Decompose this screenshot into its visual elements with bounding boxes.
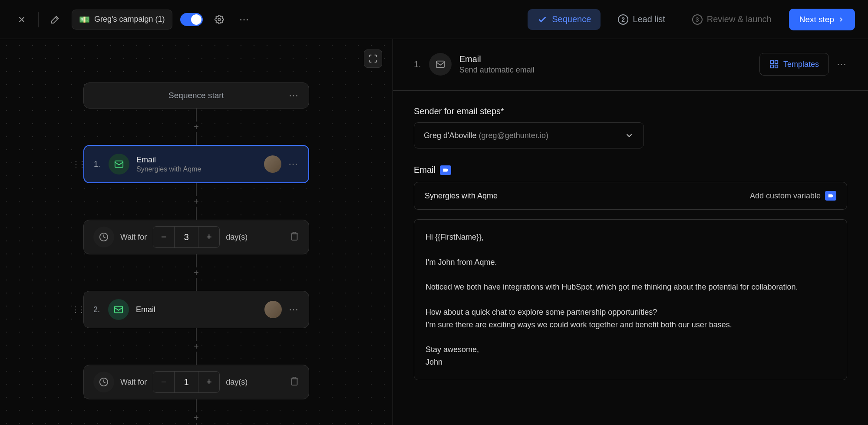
increment-button[interactable]: + [198,227,219,247]
clock-icon [93,227,114,247]
step-sequence[interactable]: Sequence [528,9,601,30]
sender-label: Sender for email steps* [414,106,847,116]
step-number: 1. [94,160,102,169]
video-badge-icon [825,191,836,201]
email-step-node[interactable]: ⋮⋮ 1. Email Synergies with Aqme ⋯ [83,145,309,183]
more-icon: ⋯ [239,14,250,25]
wait-suffix: day(s) [226,378,284,387]
email-section-label: Email [414,165,436,175]
wait-suffix: day(s) [226,233,284,242]
email-step-node[interactable]: ⋮⋮ 2. Email ⋯ [83,291,309,328]
campaign-name-text: Greg's campaign (1) [94,15,165,24]
step-lead-list[interactable]: 2 Lead list [608,9,675,30]
email-icon [108,299,129,320]
add-step-button[interactable]: + [191,196,201,207]
detail-title: Email [459,54,535,64]
clock-icon [93,372,114,392]
settings-button[interactable] [211,11,228,28]
divider [38,12,39,27]
campaign-toggle[interactable] [180,13,203,26]
svg-rect-8 [771,65,773,68]
video-badge-icon[interactable] [440,165,451,175]
node-subtitle: Synergies with Aqme [136,165,257,173]
add-step-button[interactable]: + [191,412,201,423]
detail-subtitle: Send automatic email [459,66,535,75]
wait-value[interactable]: 3 [174,227,198,247]
wait-node: Wait for − 1 + day(s) [83,365,309,399]
detail-more-button[interactable]: ⋯ [837,59,847,70]
node-title: Email [136,155,257,165]
campaign-name-chip[interactable]: 💵 Greg's campaign (1) [72,10,172,30]
subject-text: Synergies with Aqme [425,191,498,201]
step-label: Review & launch [707,14,772,24]
node-title: Email [136,305,257,314]
wait-node: Wait for − 3 + day(s) [83,220,309,254]
avatar [264,155,281,173]
close-icon [17,15,26,24]
chevron-down-icon [624,131,634,140]
svg-rect-7 [775,61,778,63]
email-icon [429,53,452,76]
add-variable-button[interactable]: Add custom variable [750,191,836,201]
wait-stepper: − 1 + [153,371,220,393]
next-step-button[interactable]: Next step [789,9,855,30]
svg-rect-3 [115,306,122,313]
chevron-right-icon [838,16,845,23]
sequence-start-label: Sequence start [168,91,224,100]
svg-rect-5 [436,61,444,68]
step-label: Sequence [552,14,591,24]
add-variable-label: Add custom variable [750,191,821,201]
step-number: 2. [93,305,101,314]
email-body-editor[interactable]: Hi {{FirstName}}, I'm John from Aqme. No… [414,219,847,380]
add-step-button[interactable]: + [191,122,201,132]
magic-wand-button[interactable] [46,11,64,28]
decrement-button[interactable]: − [153,372,174,392]
node-more-button[interactable]: ⋯ [289,304,299,315]
gear-icon [215,15,224,24]
next-step-label: Next step [799,15,834,24]
add-step-button[interactable]: + [191,341,201,352]
templates-label: Templates [783,60,819,69]
avatar [264,301,282,318]
node-more-button[interactable]: ⋯ [288,158,299,170]
wait-prefix: Wait for [120,233,147,242]
drag-handle[interactable]: ⋮⋮ [72,305,84,314]
add-step-button[interactable]: + [191,267,201,278]
decrement-button[interactable]: − [153,227,174,247]
svg-point-0 [218,18,221,21]
sequence-canvas: Sequence start ⋯ + ⋮⋮ 1. Email Synergies… [0,39,393,425]
detail-step-number: 1. [414,59,421,69]
detail-panel: 1. Email Send automatic email Templates … [393,39,868,425]
delete-wait-button[interactable] [290,376,299,388]
sequence-start-node: Sequence start ⋯ [83,82,309,109]
sender-name: Greg d'Aboville [424,131,477,140]
close-button[interactable] [13,11,30,28]
magic-wand-icon [50,15,60,24]
wait-value[interactable]: 1 [174,372,198,392]
node-more-button[interactable]: ⋯ [289,90,299,101]
templates-icon [769,59,779,69]
sender-email: (greg@gethunter.io) [479,131,548,140]
wait-stepper: − 3 + [153,226,220,248]
increment-button[interactable]: + [198,372,219,392]
drag-handle[interactable]: ⋮⋮ [72,159,84,169]
email-subject-input[interactable]: Synergies with Aqme Add custom variable [414,182,847,210]
top-bar: 💵 Greg's campaign (1) ⋯ Sequence 2 Lead … [0,0,868,39]
step-label: Lead list [633,14,665,24]
step-review-launch[interactable]: 3 Review & launch [683,9,781,30]
campaign-emoji: 💵 [79,14,90,25]
step-number: 3 [692,14,703,25]
svg-rect-6 [771,61,773,63]
step-number: 2 [618,14,628,25]
toggle-knob [191,14,201,25]
expand-icon [368,54,378,63]
email-icon [109,154,129,175]
sender-select[interactable]: Greg d'Aboville (greg@gethunter.io) [414,122,644,148]
expand-canvas-button[interactable] [364,49,382,68]
templates-button[interactable]: Templates [759,53,829,76]
more-button[interactable]: ⋯ [236,11,253,28]
svg-rect-1 [115,161,123,168]
wait-prefix: Wait for [120,378,147,387]
delete-wait-button[interactable] [290,231,299,243]
svg-rect-9 [775,65,778,68]
